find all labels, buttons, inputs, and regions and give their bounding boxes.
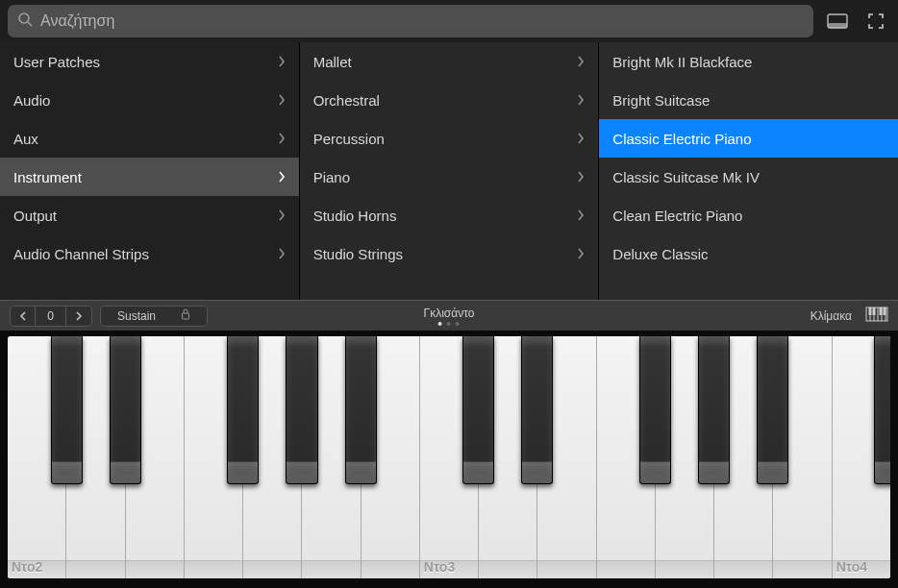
browser-item[interactable]: Clean Electric Piano [599, 196, 898, 234]
browser-item[interactable]: Audio Channel Strips [0, 234, 299, 273]
chevron-right-icon [577, 92, 585, 109]
browser-item-label: Instrument [13, 169, 82, 185]
octave-down-button[interactable] [11, 306, 36, 327]
key-label: Ντο2 [12, 559, 42, 575]
browser-item[interactable]: Aux [0, 119, 299, 158]
black-key[interactable] [698, 336, 730, 484]
black-key[interactable] [51, 336, 83, 484]
browser-item-label: Aux [13, 131, 38, 147]
browser-item-label: Deluxe Classic [612, 246, 708, 262]
black-key[interactable] [521, 336, 553, 484]
chevron-right-icon [278, 169, 286, 185]
octave-value: 0 [36, 306, 66, 327]
browser-item[interactable]: Deluxe Classic [599, 234, 898, 273]
page-dots[interactable] [424, 322, 475, 326]
octave-up-button[interactable] [66, 306, 91, 327]
browser-item-label: Piano [313, 169, 350, 185]
browser-item[interactable]: Mallet [300, 42, 599, 81]
svg-rect-4 [183, 313, 189, 319]
browser-item[interactable]: Audio [0, 81, 299, 119]
chevron-right-icon [577, 54, 585, 70]
browser-item[interactable]: Bright Suitcase [599, 81, 898, 119]
browser-item[interactable]: Studio Strings [300, 234, 599, 273]
chevron-right-icon [577, 169, 585, 185]
black-key[interactable] [462, 336, 494, 484]
browser-item[interactable]: Classic Electric Piano [599, 119, 898, 158]
chevron-right-icon [278, 208, 286, 224]
browser-item-label: User Patches [13, 54, 100, 70]
black-key[interactable] [757, 336, 788, 484]
browser-item[interactable]: User Patches [0, 42, 299, 81]
chevron-right-icon [278, 92, 286, 109]
chevron-right-icon [278, 54, 286, 70]
browser-item-label: Studio Horns [313, 208, 397, 224]
search-icon [17, 12, 33, 31]
chevron-right-icon [278, 131, 286, 147]
black-key[interactable] [639, 336, 671, 484]
browser-item-label: Mallet [313, 54, 352, 70]
browser-item-label: Studio Strings [313, 246, 403, 262]
black-key[interactable] [110, 336, 141, 484]
browser-item-label: Bright Suitcase [612, 92, 710, 109]
black-key[interactable] [286, 336, 317, 484]
browser-item[interactable]: Output [0, 196, 299, 234]
svg-rect-13 [880, 307, 883, 315]
svg-rect-12 [873, 307, 876, 315]
browser-item-label: Orchestral [313, 92, 380, 109]
browser-item-label: Audio Channel Strips [13, 246, 149, 262]
svg-rect-3 [828, 23, 847, 28]
fullscreen-button[interactable] [861, 7, 890, 36]
black-key[interactable] [874, 336, 890, 484]
mode-label: Γκλισάντο [424, 306, 475, 320]
svg-rect-11 [869, 307, 872, 315]
window-mode-button[interactable] [823, 7, 852, 36]
browser-item[interactable]: Classic Suitcase Mk IV [599, 158, 898, 196]
svg-point-0 [19, 13, 29, 23]
key-label: Ντο3 [424, 559, 455, 575]
sustain-button[interactable]: Sustain [100, 306, 208, 327]
browser-item[interactable]: Orchestral [300, 81, 599, 119]
browser-item[interactable]: Percussion [300, 119, 599, 158]
key-label: Ντο4 [836, 559, 867, 575]
chevron-right-icon [577, 208, 585, 224]
svg-rect-14 [884, 307, 886, 315]
chevron-right-icon [278, 246, 286, 262]
keyboard-icon[interactable] [865, 306, 888, 325]
browser-item-label: Percussion [313, 131, 385, 147]
search-input[interactable] [40, 12, 804, 30]
browser-item-label: Classic Electric Piano [612, 131, 751, 147]
browser-item[interactable]: Instrument [0, 158, 299, 196]
black-key[interactable] [227, 336, 259, 484]
octave-stepper[interactable]: 0 [10, 306, 92, 327]
black-key[interactable] [345, 336, 377, 484]
lock-icon [181, 308, 190, 323]
chevron-right-icon [577, 131, 585, 147]
svg-line-1 [28, 22, 32, 26]
browser-item-label: Audio [13, 92, 50, 109]
browser-item-label: Clean Electric Piano [612, 208, 742, 224]
sustain-label: Sustain [117, 309, 156, 323]
search-field[interactable] [8, 5, 813, 37]
chevron-right-icon [577, 246, 585, 262]
browser-item-label: Output [13, 208, 57, 224]
browser-item[interactable]: Piano [300, 158, 599, 196]
piano-keyboard[interactable]: Ντο2Ντο3Ντο4 [8, 336, 890, 578]
browser-item-label: Bright Mk II Blackface [612, 54, 752, 70]
browser-item[interactable]: Bright Mk II Blackface [599, 42, 898, 81]
scale-label[interactable]: Κλίμακα [811, 309, 852, 323]
browser-item-label: Classic Suitcase Mk IV [612, 169, 760, 185]
browser-item[interactable]: Studio Horns [300, 196, 599, 234]
